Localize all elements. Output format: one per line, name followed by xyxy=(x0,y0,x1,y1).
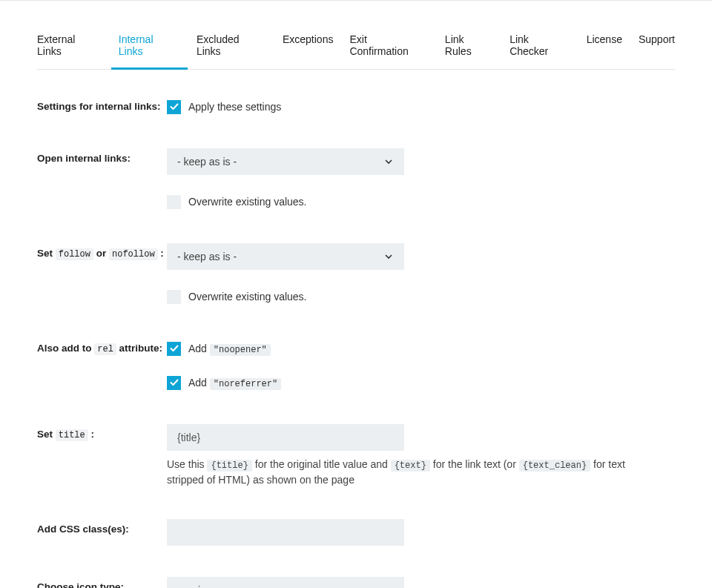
tab-support[interactable]: Support xyxy=(639,26,675,69)
tab-exceptions[interactable]: Exceptions xyxy=(283,26,333,69)
noreferrer-label: Add "noreferrer" xyxy=(188,377,281,389)
tab-external-links[interactable]: External Links xyxy=(37,26,102,69)
apply-settings-checkbox[interactable] xyxy=(167,100,181,114)
open-overwrite-checkbox[interactable] xyxy=(167,195,181,209)
chevron-down-icon xyxy=(383,585,394,588)
apply-settings-label: Apply these settings xyxy=(188,101,281,113)
tab-link-checker[interactable]: Link Checker xyxy=(510,26,570,69)
open-overwrite-label: Overwrite existing values. xyxy=(188,196,307,208)
tab-exit-confirmation[interactable]: Exit Confirmation xyxy=(349,26,428,69)
chevron-down-icon xyxy=(383,156,394,167)
follow-label: Set follow or nofollow : xyxy=(37,243,167,260)
open-links-label: Open internal links: xyxy=(37,148,167,164)
tab-internal-links[interactable]: Internal Links xyxy=(119,26,180,69)
noopener-checkbox[interactable] xyxy=(167,342,181,356)
icon-type-value: - no icon - xyxy=(177,584,223,588)
tab-excluded-links[interactable]: Excluded Links xyxy=(197,26,266,69)
tab-link-rules[interactable]: Link Rules xyxy=(445,26,493,69)
follow-overwrite-label: Overwrite existing values. xyxy=(188,291,307,303)
follow-select[interactable]: - keep as is - xyxy=(167,243,404,270)
open-links-value: - keep as is - xyxy=(177,156,237,168)
follow-value: - keep as is - xyxy=(177,251,237,262)
icon-type-label: Choose icon type: xyxy=(37,577,167,588)
rel-label: Also add to rel attribute: xyxy=(37,338,167,354)
tabs: External Links Internal Links Excluded L… xyxy=(37,26,675,70)
title-label: Set title : xyxy=(37,424,167,440)
open-links-select[interactable]: - keep as is - xyxy=(167,148,404,175)
noreferrer-checkbox[interactable] xyxy=(167,376,181,390)
tab-license[interactable]: License xyxy=(587,26,622,69)
follow-overwrite-checkbox[interactable] xyxy=(167,290,181,304)
settings-label: Settings for internal links: xyxy=(37,96,167,112)
title-help: Use this {title} for the original title … xyxy=(167,457,649,488)
chevron-down-icon xyxy=(383,251,394,262)
css-classes-input[interactable] xyxy=(167,519,404,546)
noopener-label: Add "noopener" xyxy=(188,343,271,355)
title-input[interactable] xyxy=(167,424,404,451)
css-classes-label: Add CSS class(es): xyxy=(37,519,167,535)
icon-type-select[interactable]: - no icon - xyxy=(167,577,404,588)
